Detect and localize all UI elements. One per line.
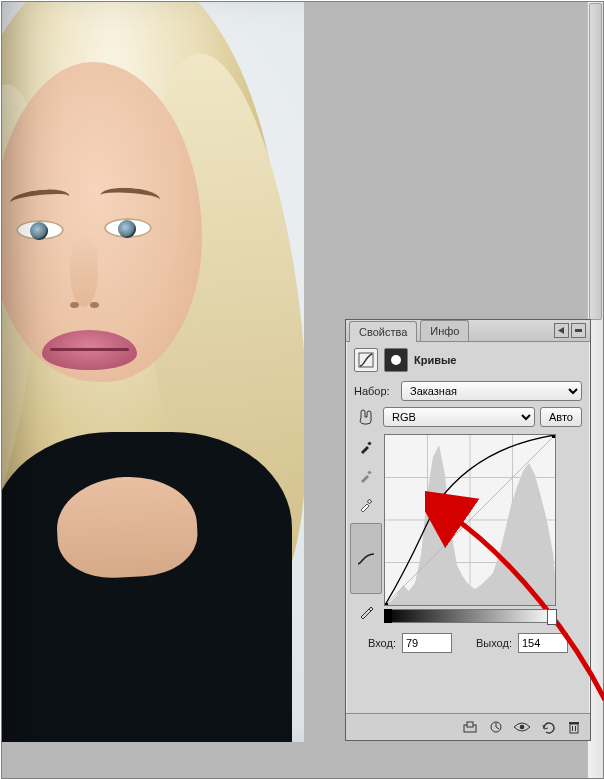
auto-button[interactable]: Авто <box>540 407 582 427</box>
input-gradient-ramp[interactable] <box>384 609 556 623</box>
eyedropper-white-icon[interactable] <box>354 494 378 516</box>
eyedropper-black-icon[interactable] <box>354 436 378 458</box>
preset-row: Набор: Заказная <box>346 378 590 404</box>
input-value-field[interactable] <box>402 633 452 653</box>
panel-footer <box>346 713 590 740</box>
panel-title: Кривые <box>414 354 456 366</box>
svg-rect-21 <box>569 722 579 724</box>
view-previous-state-icon[interactable] <box>486 718 506 736</box>
svg-rect-5 <box>367 499 371 503</box>
panel-header: Кривые <box>346 342 590 378</box>
preset-select[interactable]: Заказная <box>401 381 582 401</box>
clip-to-layer-icon[interactable] <box>460 718 480 736</box>
collapse-icon[interactable] <box>571 323 586 338</box>
curve-tool-icon[interactable] <box>350 523 382 594</box>
document-canvas <box>2 2 304 742</box>
eyedropper-gray-icon[interactable] <box>354 465 378 487</box>
channel-select[interactable]: RGB <box>383 407 535 427</box>
app-frame: Свойства Инфо Кривые Набор: <box>1 1 604 779</box>
preset-label: Набор: <box>354 385 396 397</box>
reset-icon[interactable] <box>538 718 558 736</box>
ramp-black-handle[interactable] <box>384 609 392 623</box>
tab-info[interactable]: Инфо <box>420 320 469 341</box>
svg-rect-20 <box>570 724 578 733</box>
pencil-tool-icon[interactable] <box>354 601 378 623</box>
svg-rect-15 <box>552 435 555 438</box>
curves-graph[interactable] <box>384 434 556 606</box>
ramp-white-handle[interactable] <box>547 609 557 625</box>
svg-rect-13 <box>385 603 388 605</box>
properties-panel: Свойства Инфо Кривые Набор: <box>345 319 591 741</box>
curves-tool-column <box>354 434 378 623</box>
svg-rect-3 <box>367 441 371 445</box>
panel-menu-icon[interactable] <box>554 323 569 338</box>
mask-icon[interactable] <box>384 348 408 372</box>
curves-icon <box>354 348 378 372</box>
svg-rect-4 <box>367 470 371 474</box>
tab-properties[interactable]: Свойства <box>349 321 417 342</box>
svg-rect-0 <box>575 329 582 332</box>
svg-rect-17 <box>467 722 473 727</box>
svg-rect-14 <box>435 499 441 505</box>
channel-row: RGB Авто <box>346 404 590 430</box>
input-label: Вход: <box>368 637 396 649</box>
visibility-icon[interactable] <box>512 718 532 736</box>
panel-tabs: Свойства Инфо <box>346 320 590 342</box>
output-value-field[interactable] <box>518 633 568 653</box>
io-row: Вход: Выход: <box>346 625 590 653</box>
svg-point-19 <box>520 725 525 730</box>
trash-icon[interactable] <box>564 718 584 736</box>
svg-point-2 <box>391 355 401 365</box>
finger-tool-icon[interactable] <box>354 409 378 425</box>
scrollbar-thumb[interactable] <box>589 3 602 320</box>
output-label: Выход: <box>476 637 512 649</box>
